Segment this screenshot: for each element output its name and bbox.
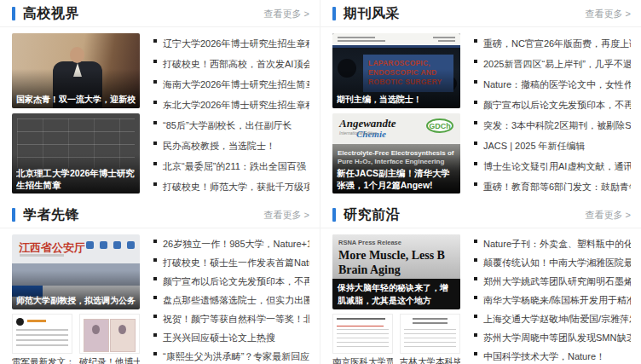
article-title: 打破校史！硕士生一作发表首篇Nature！ — [163, 257, 309, 269]
article-item[interactable]: 王兴兴回应硕士论文上热搜 — [153, 328, 309, 347]
article-item[interactable]: 颜宁宣布以后论文先发预印本，不再为 OA 付费 — [474, 95, 631, 115]
bullet-icon — [474, 80, 477, 84]
section-content: 国家杰青！双一流大学，迎新校长 北京理工大学2026年博士研究生招生简章 辽宁大… — [12, 33, 309, 197]
section-title: 学者先锋 — [23, 206, 79, 224]
article-item[interactable]: 26岁独立一作！985大学，Nature+1 — [153, 234, 309, 253]
article-item[interactable]: 博士生论文疑引用AI虚构文献，通讯作者道歉 — [474, 156, 631, 176]
article-item[interactable]: 重磅！教育部等6部门发文：鼓励青年教师发国... — [474, 176, 631, 197]
article-title: 东北大学2026年博士研究生招生章程 — [163, 99, 309, 112]
article-title: 2025新晋四区“易上岸刊”，几乎不退稿随便... — [483, 58, 631, 71]
article-item[interactable]: 颠覆传统认知！中南大学湘雅医院最新：过度锻... — [474, 253, 631, 272]
media-column: RSNA Press Release More Muscle, Less B B… — [332, 234, 460, 364]
bullet-icon — [153, 182, 157, 186]
article-item[interactable]: “85后”大学副校长，出任副厅长 — [153, 115, 309, 136]
view-more-link[interactable]: 查看更多 > — [264, 209, 309, 222]
article-image-card[interactable]: 国家杰青！双一流大学，迎新校长 — [12, 33, 140, 108]
article-title: Nature：撤稿的医学论文中，女性作者明显偏少 — [483, 78, 631, 91]
article-image-card[interactable]: RSNA Press Release More Muscle, Less B B… — [332, 234, 460, 309]
thumbnail-card[interactable]: 破纪录！他博士毕业 — [79, 314, 140, 364]
id-photo — [84, 319, 109, 352]
article-title: 突发：3本中科院2区期刊，被剔除SCI！ — [483, 119, 631, 132]
article-item[interactable]: 南华大学杨晓来/陈国栋开发用于精准肝细胞癌... — [474, 291, 631, 309]
bullet-icon — [153, 39, 157, 43]
article-item[interactable]: JACS | 2025 年新任编辑 — [474, 136, 631, 156]
view-more-link[interactable]: 查看更多 > — [264, 8, 309, 20]
article-title: 上海交通大学赵敬坤/陆爱国/宗雅萍发现驱动结... — [483, 313, 631, 326]
portrait — [92, 325, 100, 334]
image-caption: 保持大脑年轻的秘诀来了，增肌减脂，尤其是这个地方 — [338, 281, 455, 307]
article-item[interactable]: 盘点那些遗憾落选院士，但实力出圈的 “无冕... — [153, 291, 309, 309]
article-title: 打破校史！师范大学，获批千万级项目！ — [163, 181, 309, 194]
masthead-text-line — [433, 37, 455, 38]
paper-title-lines — [413, 318, 448, 325]
bullet-icon — [474, 240, 477, 243]
thumbnail-card[interactable]: 吉林大学本科毕业生 — [400, 314, 460, 364]
weibo-post-thumbnail — [12, 314, 72, 354]
headline-line: More Muscle, Less B — [338, 249, 445, 262]
article-title: 南华大学杨晓来/陈国栋开发用于精准肝细胞癌... — [483, 294, 631, 307]
article-item[interactable]: 郑州大学姚武等团队研究阐明石墨烯诱导肺纤维... — [474, 272, 631, 291]
article-item[interactable]: 颜宁宣布以后论文先发预印本，不再为OA付费 — [153, 272, 309, 291]
article-title: “85后”大学副校长，出任副厅长 — [163, 119, 292, 132]
divider — [320, 228, 641, 228]
article-item[interactable]: 民办高校教授，当选院士！ — [153, 136, 309, 156]
nav-icon — [86, 241, 94, 249]
article-title: 民办高校教授，当选院士！ — [163, 140, 275, 153]
nav-icon — [113, 241, 121, 249]
bullet-icon — [153, 121, 157, 124]
gdch-logo: GDCh — [426, 118, 453, 133]
article-item[interactable]: 重磅，NC官宣26年版面费，再度上调 — [474, 33, 631, 54]
article-item[interactable]: 苏州大学周晓中等团队发现SMN缺乏抑制软骨... — [474, 328, 631, 347]
article-image-card[interactable]: LAPAROSCOPIC, ENDOSCOPIC AND ROBOTIC SUR… — [332, 33, 460, 108]
bullet-icon — [474, 352, 477, 355]
section-content: LAPAROSCOPIC, ENDOSCOPIC AND ROBOTIC SUR… — [332, 33, 631, 197]
weibo-text-lines — [16, 329, 68, 350]
article-title: 祝贺！颜宁等获自然科学一等奖！北京科学技术... — [163, 313, 309, 326]
article-image-card[interactable]: 北京理工大学2026年博士研究生招生简章 — [12, 113, 140, 194]
bullet-icon — [153, 162, 157, 165]
article-title: 重磅，NC官宣26年版面费，再度上调 — [483, 38, 631, 50]
article-item[interactable]: 打破校史！师范大学，获批千万级项目！ — [153, 176, 309, 197]
article-title: 重磅！教育部等6部门发文：鼓励青年教师发国... — [483, 181, 631, 194]
article-item[interactable]: 北京“最委屈”的211：跌出全国百强，却是中... — [153, 156, 309, 176]
bullet-icon — [153, 258, 157, 262]
bullet-icon — [474, 60, 477, 63]
article-item[interactable]: 中国科学技术大学，Nature！ — [474, 347, 631, 364]
image-caption: 师范大学副教授，拟选调为公务员 — [16, 295, 136, 307]
caption-strip: 保持大脑年轻的秘诀来了，增肌减脂，尤其是这个地方 — [332, 279, 460, 309]
section-header: 高校视界 查看更多 > — [12, 3, 309, 24]
article-item[interactable]: 东北大学2026年博士研究生招生章程 — [153, 95, 309, 115]
gov-site-name: 江西省公安厅 — [19, 240, 85, 256]
article-list: 重磅，NC官宣26年版面费，再度上调 2025新晋四区“易上岸刊”，几乎不退稿随… — [474, 33, 631, 197]
bullet-icon — [153, 333, 157, 337]
paper-text-lines — [337, 329, 389, 350]
article-item[interactable]: 上海交通大学赵敬坤/陆爱国/宗雅萍发现驱动结... — [474, 309, 631, 328]
article-image-card[interactable]: 江西省公安厅 师范大学副教授，拟选调为公务员 — [12, 234, 140, 309]
article-item[interactable]: Nature子刊：外卖盒、塑料瓶中的化学成分，... — [474, 234, 631, 253]
bullet-icon — [474, 162, 477, 165]
article-item[interactable]: Nature：撤稿的医学论文中，女性作者明显偏少 — [474, 74, 631, 95]
article-item[interactable]: “康熙生父为洪承畴”？专家最新回应：采样过... — [153, 347, 309, 364]
section-header: 研究前沿 查看更多 > — [332, 205, 631, 225]
view-more-link[interactable]: 查看更多 > — [586, 8, 631, 20]
article-item[interactable]: 辽宁大学2026年博士研究生招生章程 — [153, 33, 309, 54]
bullet-icon — [474, 101, 477, 104]
article-item[interactable]: 打破校史！硕士生一作发表首篇Nature！ — [153, 253, 309, 272]
article-item[interactable]: 突发：3本中科院2区期刊，被剔除SCI！ — [474, 115, 631, 136]
article-item[interactable]: 打破校史！西部高校，首次发AI顶会 — [153, 54, 309, 74]
paper-page-thumbnail — [332, 314, 393, 354]
accent-bar-icon — [12, 7, 15, 20]
section-header: 学者先锋 查看更多 > — [12, 205, 309, 225]
article-item[interactable]: 2025新晋四区“易上岸刊”，几乎不退稿随便... — [474, 54, 631, 74]
article-item[interactable]: 海南大学2026年博士研究生招生简章 — [153, 74, 309, 95]
article-title: 26岁独立一作！985大学，Nature+1 — [163, 238, 309, 251]
article-item[interactable]: 祝贺！颜宁等获自然科学一等奖！北京科学技术... — [153, 309, 309, 328]
gov-nav-icons — [86, 241, 135, 249]
section-research: 研究前沿 查看更多 > RSNA Press Release More Musc… — [320, 199, 641, 364]
bullet-icon — [474, 182, 477, 186]
thumbnail-card[interactable]: 南京医科大学贾占军 — [332, 314, 393, 364]
angewandte-header: Angewandte Chemie International Edition … — [332, 113, 460, 144]
view-more-link[interactable]: 查看更多 > — [586, 209, 631, 222]
article-image-card[interactable]: Angewandte Chemie International Edition … — [332, 113, 460, 194]
thumbnail-card[interactable]: 雷军最新发文：小米 — [12, 314, 72, 364]
